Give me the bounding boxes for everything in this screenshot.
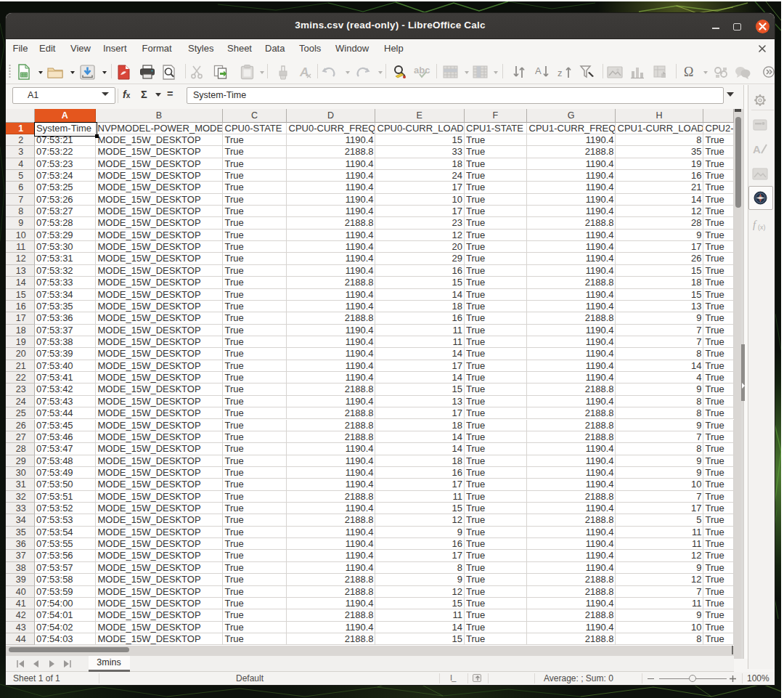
svg-text:f: f <box>753 219 757 230</box>
svg-text:abc: abc <box>414 65 430 76</box>
svg-text:z: z <box>558 68 563 78</box>
svg-text:A: A <box>535 65 542 76</box>
svg-text:(x): (x) <box>758 224 766 231</box>
svg-text:A: A <box>753 143 761 155</box>
svg-text:Ω: Ω <box>684 65 693 79</box>
